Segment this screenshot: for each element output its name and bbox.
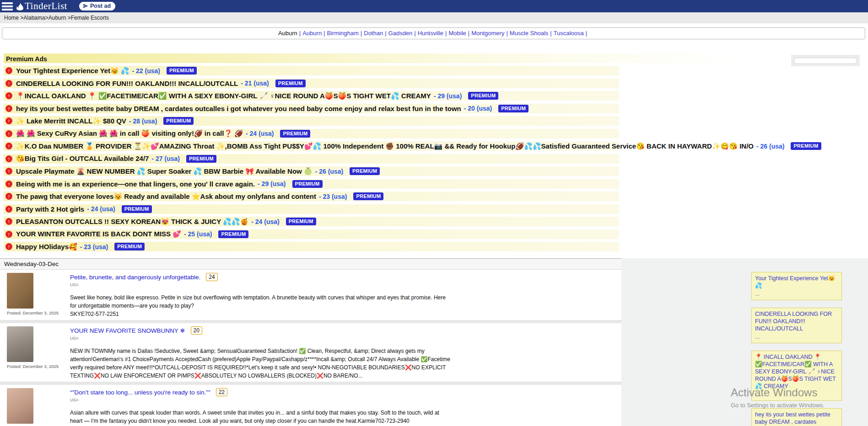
sidebar-ad-box[interactable]: 📍 INCALL OAKLAND 📍 ✅FACETIME/CAR✅ WITH A… [751, 351, 842, 401]
premium-badge[interactable]: PREMIUM [163, 117, 194, 125]
up-arrow-icon[interactable]: ↑ [5, 105, 12, 112]
listing-thumbnail[interactable] [7, 273, 33, 309]
listing-country: USA [70, 282, 452, 287]
citybar-link[interactable]: Tuscaloosa [554, 30, 584, 37]
premium-badge[interactable]: PREMIUM [167, 67, 197, 75]
up-arrow-icon[interactable]: ↑ [5, 67, 12, 74]
sidebar-ad-box[interactable]: hey its your best wettes petite baby DRE… [751, 408, 842, 426]
ad-scrollbar[interactable] [794, 58, 857, 64]
citybar-separator: | [383, 30, 388, 37]
premium-badge[interactable]: PREMIUM [280, 130, 310, 138]
listing-title-link[interactable]: Petite, brunette, and dangerously unforg… [70, 274, 200, 281]
sidebar-ad-more: ... [755, 333, 838, 341]
citybar-separator: | [584, 30, 589, 37]
up-arrow-icon[interactable]: ↑ [5, 117, 12, 124]
up-arrow-icon[interactable]: ↑ [5, 193, 12, 200]
up-arrow-icon[interactable]: ↑ [5, 92, 12, 99]
up-arrow-icon[interactable]: ↑ [5, 243, 12, 250]
citybar-link[interactable]: Gadsden [388, 30, 413, 37]
up-arrow-icon[interactable]: ↑ [5, 206, 12, 213]
premium-ad-title[interactable]: Being with me is an experience—one that … [16, 180, 255, 188]
premium-ad-meta: - 26 (usa) [315, 168, 343, 175]
premium-badge[interactable]: PREMIUM [286, 218, 316, 225]
premium-ad-title[interactable]: PLEASANTON OUTCALLS !! SEXY KOREAN😻 THIC… [16, 218, 248, 226]
premium-ad-title[interactable]: hey its your best wettes petite baby DRE… [16, 105, 461, 112]
flame-icon [16, 2, 23, 11]
premium-badge[interactable]: PREMIUM [186, 155, 216, 163]
up-arrow-icon[interactable]: ↑ [5, 218, 12, 225]
post-ad-label: Post ad [90, 3, 111, 9]
citybar-separator: | [412, 30, 417, 37]
premium-badge[interactable]: PREMIUM [498, 105, 528, 112]
citybar-current: Auburn [278, 30, 297, 37]
citybar-link[interactable]: Birmingham [327, 30, 359, 37]
premium-ad-row: ↑✨K.O Daa NUMBER 🏅 PROVIDER ⏳✨💕AMAZING T… [4, 141, 619, 151]
premium-ad-title[interactable]: YOUR WINTER FAVORITE IS BACK DONT MISS 💕 [16, 230, 181, 238]
premium-ad-title[interactable]: Party with 2 Hot girls [16, 205, 84, 213]
premium-ad-meta: - 24 (usa) [87, 205, 115, 213]
premium-ad-row: ↑Upscale Playmate 🌋 NEW NUMBER 💦 Super S… [4, 166, 619, 176]
age-badge: 20 [191, 326, 202, 335]
premium-ad-title[interactable]: ✨K.O Daa NUMBER 🏅 PROVIDER ⏳✨💕AMAZING Th… [16, 142, 754, 150]
listing-thumbnail[interactable] [7, 326, 33, 362]
premium-ads-list: ↑Your Tightest Experience Yet😼 💦- 22 (us… [4, 66, 619, 255]
listing-title-row: “"Don't stare too long... unless you're … [70, 388, 452, 396]
premium-ad-title[interactable]: ✨ Lake Merritt INCALL✨ $80 QV [16, 117, 126, 125]
premium-badge[interactable]: PREMIUM [275, 80, 306, 87]
citybar-separator: | [359, 30, 364, 37]
citybar-separator: | [297, 30, 302, 37]
brand-logo[interactable]: TinderList [16, 0, 67, 12]
citybar-link[interactable]: Auburn [302, 30, 322, 37]
up-arrow-icon[interactable]: ↑ [5, 168, 12, 175]
listing-thumb-column: Posted: December 3, 2025 [7, 273, 59, 318]
breadcrumb[interactable]: Home >Alabama>Auburn >Female Escorts [0, 12, 868, 23]
up-arrow-icon[interactable]: ↑ [5, 231, 12, 238]
listing-thumbnail[interactable] [7, 388, 33, 424]
premium-badge[interactable]: PREMIUM [350, 167, 380, 175]
up-arrow-icon[interactable]: ↑ [5, 130, 12, 137]
premium-ad-row: ↑hey its your best wettes petite baby DR… [4, 104, 619, 113]
listing-title-link[interactable]: “"Don't stare too long... unless you're … [70, 389, 210, 396]
citybar-separator: | [504, 30, 509, 37]
citybar-link[interactable]: Mobile [448, 30, 466, 37]
premium-ad-title[interactable]: Your Tightest Experience Yet😼 💦 [16, 67, 129, 75]
premium-ad-meta: - 22 (usa) [132, 67, 160, 75]
citybar-separator: | [466, 30, 471, 37]
premium-ad-title[interactable]: The pawg that everyone loves😼 Ready and … [16, 192, 316, 201]
up-arrow-icon[interactable]: ↑ [5, 80, 12, 87]
listing-title-link[interactable]: YOUR NEW FAVORITE SNOWBUNNY ❄ [70, 327, 185, 334]
premium-badge[interactable]: PREMIUM [122, 205, 152, 213]
sidebar-ad-text: hey its your best wettes petite baby DRE… [755, 411, 838, 426]
premium-ad-title[interactable]: 📍INCALL OAKLAND 📍 ✅FACETIME/CAR✅ WITH A … [16, 92, 431, 100]
listing-row: Posted: December 3, 2025Petite, brunette… [0, 270, 621, 320]
premium-ad-meta: - 28 (usa) [129, 117, 157, 125]
citybar-link[interactable]: Huntsville [418, 30, 443, 37]
premium-badge[interactable]: PREMIUM [353, 192, 383, 200]
premium-badge[interactable]: PREMIUM [468, 92, 498, 100]
citybar-link[interactable]: Montgomery [471, 30, 504, 37]
listing-body: Petite, brunette, and dangerously unforg… [70, 273, 452, 318]
up-arrow-icon[interactable]: ↑ [5, 181, 12, 187]
menu-icon[interactable] [2, 2, 13, 11]
premium-ad-title[interactable]: CINDERELLA LOOKING FOR FUN!!! OAKLAND!!!… [16, 80, 238, 87]
post-ad-button[interactable]: Post ad [79, 2, 115, 11]
sidebar-ad-box[interactable]: CINDERELLA LOOKING FOR FUN!!! OAKLAND!!!… [751, 308, 842, 343]
posted-date: Posted: December 3, 2025 [7, 310, 59, 315]
up-arrow-icon[interactable]: ↑ [5, 155, 12, 162]
ad-frame [791, 55, 860, 66]
city-nav-bar: Auburn|Auburn|Birmingham|Dothan|Gadsden|… [2, 27, 865, 39]
sidebar-ad-box[interactable]: Your Tightest Experience Yet😼 💦... [751, 272, 842, 300]
premium-ad-title[interactable]: 😘Big Tits Girl - OUTCALL Available 24/7 [16, 154, 149, 163]
listing-description: Sweet like honey, bold like espresso. Pe… [70, 293, 452, 318]
age-badge: 24 [206, 273, 217, 281]
premium-ad-title[interactable]: Upscale Playmate 🌋 NEW NUMBER 💦 Super So… [16, 167, 313, 176]
up-arrow-icon[interactable]: ↑ [5, 143, 12, 149]
premium-badge[interactable]: PREMIUM [218, 230, 248, 238]
premium-badge[interactable]: PREMIUM [114, 243, 145, 250]
citybar-link[interactable]: Muscle Shoals [510, 30, 549, 37]
premium-badge[interactable]: PREMIUM [292, 180, 323, 188]
premium-ad-title[interactable]: 🌺 🌺 Sexy CuRvy Asian 🌺 🌺 in call 🍑 visit… [16, 129, 243, 138]
premium-ad-title[interactable]: Happy HOlidays🥰 [16, 243, 77, 251]
premium-badge[interactable]: PREMIUM [791, 142, 821, 150]
citybar-link[interactable]: Dothan [364, 30, 383, 37]
